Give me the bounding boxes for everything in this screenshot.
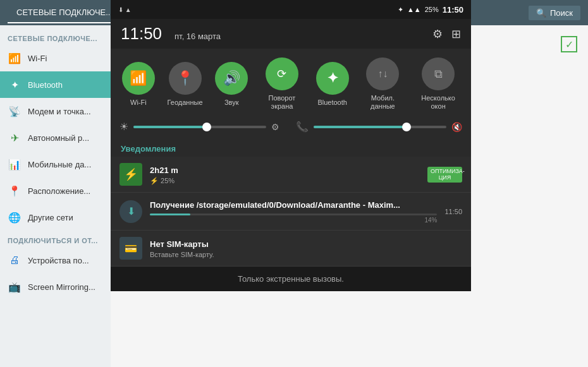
toggle-geodata-icon: 📍	[176, 70, 193, 87]
toggle-sound-icon: 🔊	[223, 70, 240, 87]
toggle-bluetooth[interactable]: ✦ Bluetooth	[316, 62, 349, 107]
brightness-slider[interactable]	[133, 126, 266, 128]
emergency-bar: Только экстренные вызовы.	[111, 267, 471, 291]
settings-icon[interactable]: ⚙	[432, 27, 443, 41]
notif-battery-title: 2h21 m	[150, 165, 178, 175]
volume-fill	[314, 126, 407, 128]
sidebar-item-location[interactable]: 📍 Расположение...	[0, 177, 111, 204]
toggle-wifi-circle: 📶	[122, 62, 155, 95]
quick-date: пт, 16 марта	[175, 32, 221, 41]
toggle-multiwindow-icon: ⧉	[434, 68, 443, 81]
toggle-multiwindow-label: Несколько окон	[417, 94, 460, 111]
notif-item-battery[interactable]: ⚡ 2h21 m ⚡ 25% ОПТИМИЗА-ЦИЯ	[111, 157, 471, 193]
toggle-rotate-icon: ⟳	[277, 67, 286, 81]
status-bar: ⬇ ▲ ✦ ▲▲ 25% 11:50	[111, 0, 471, 19]
toggle-geodata[interactable]: 📍 Геоданные	[168, 62, 203, 107]
signal-icon: ▲▲	[407, 6, 421, 13]
sidebar-item-screen-mirroring[interactable]: 📺 Screen Mirroring...	[0, 274, 111, 300]
android-status-icons: ⬇ ▲	[118, 6, 132, 13]
toggle-geodata-circle: 📍	[169, 62, 202, 95]
battery-pct: 25%	[425, 6, 439, 13]
volume-thumb[interactable]	[402, 123, 411, 131]
sidebar-item-mobile-data[interactable]: 📊 Мобильные да...	[0, 151, 111, 177]
sidebar-item-tethering-label: Модем и точка...	[28, 107, 91, 116]
sidebar-item-wifi[interactable]: 📶 Wi-Fi	[0, 45, 111, 71]
search-bar[interactable]: 🔍 Поиск	[529, 6, 580, 20]
toggle-sound-circle: 🔊	[215, 62, 248, 95]
sidebar-item-other-networks-label: Другие сети	[28, 213, 73, 222]
search-label: Поиск	[550, 8, 573, 18]
battery-app-icon-symbol: ⚡	[124, 167, 138, 181]
quick-header-actions: ⚙ ⊞	[432, 27, 461, 41]
notification-panel: ⬇ ▲ ✦ ▲▲ 25% 11:50 11:50 пт, 16 марта ⚙ …	[111, 0, 471, 291]
toggle-bluetooth-icon: ✦	[327, 70, 338, 87]
toggle-mobile-data-icon: ↑↓	[377, 68, 388, 80]
toggle-sound-label: Звук	[224, 99, 239, 107]
sidebar-item-airplane-label: Автономный р...	[28, 133, 89, 143]
brightness-thumb[interactable]	[202, 123, 211, 131]
quick-time: 11:50	[121, 24, 162, 44]
toggle-multiwindow-circle: ⧉	[422, 57, 455, 90]
sidebar-item-tethering[interactable]: 📡 Модем и точка...	[0, 98, 111, 124]
notif-sim-content: Нет SIM-карты Вставьте SIM-карту.	[150, 238, 462, 258]
notif-download-progress-fill	[150, 214, 190, 215]
notifications-title: Уведомления	[121, 144, 176, 153]
volume-slider[interactable]	[314, 126, 446, 128]
airplane-icon: ✈	[8, 131, 21, 145]
brightness-low-icon: ☀	[119, 121, 128, 133]
sidebar-item-other-networks[interactable]: 🌐 Другие сети	[0, 204, 111, 231]
top-bar-right: 🔍 Поиск	[529, 6, 580, 20]
toggle-wifi[interactable]: 📶 Wi-Fi	[122, 62, 155, 107]
notif-sim-title: Нет SIM-карты	[150, 239, 209, 249]
tab-connections[interactable]: СЕТЕВЫЕ ПОДКЛЮЧЕ...	[8, 3, 121, 23]
toggle-bluetooth-label: Bluetooth	[317, 99, 346, 107]
sidebar-item-wifi-label: Wi-Fi	[28, 54, 47, 63]
settings-sidebar: СЕТЕВЫЕ ПОДКЛЮЧЕ... 📶 Wi-Fi ✦ Bluetooth …	[0, 25, 111, 367]
toggle-mobile-data[interactable]: ↑↓ Мобил. данные	[361, 57, 404, 111]
status-time: 11:50	[443, 5, 463, 15]
sidebar-item-airplane[interactable]: ✈ Автономный р...	[0, 124, 111, 151]
toggle-wifi-label: Wi-Fi	[130, 99, 147, 107]
status-left: ⬇ ▲	[118, 6, 132, 13]
toggle-rotate[interactable]: ⟳ Поворот экрана	[260, 57, 303, 111]
notif-battery-subtitle: ⚡ 25%	[150, 177, 420, 185]
toggle-geodata-label: Геоданные	[168, 99, 203, 107]
toggle-sound[interactable]: 🔊 Звук	[215, 62, 248, 107]
screen-mirroring-icon: 📺	[8, 280, 21, 294]
section-header-connect: ПОДКЛЮЧИТЬСЯ И ОТ...	[0, 231, 111, 247]
search-icon: 🔍	[536, 8, 546, 18]
brightness-settings-icon[interactable]: ⚙	[271, 122, 279, 132]
volume-mute-icon[interactable]: 🔇	[451, 122, 462, 132]
quick-toggles: 📶 Wi-Fi 📍 Геоданные 🔊 Звук ⟳ Поворот экр…	[111, 49, 471, 116]
sidebar-item-location-label: Расположение...	[28, 186, 90, 196]
sidebar-item-nearby-devices-label: Устройства по...	[28, 256, 89, 265]
notif-download-time: 11:50	[444, 208, 462, 215]
sidebar-item-bluetooth[interactable]: ✦ Bluetooth	[0, 71, 111, 98]
toggle-multiwindow[interactable]: ⧉ Несколько окон	[417, 57, 460, 111]
toggle-mobile-data-label: Мобил. данные	[361, 94, 404, 111]
other-networks-icon: 🌐	[8, 210, 21, 224]
notif-battery-content: 2h21 m ⚡ 25%	[150, 164, 420, 185]
sim-card-icon: 💳	[125, 243, 137, 255]
sidebar-item-bluetooth-label: Bluetooth	[28, 80, 63, 90]
emergency-text: Только экстренные вызовы.	[238, 274, 344, 284]
notif-battery-badge[interactable]: ОПТИМИЗА-ЦИЯ	[427, 167, 462, 183]
slider-row: ☀ ⚙ 📞 🔇	[111, 116, 471, 138]
notif-download-pct: 14%	[424, 217, 437, 224]
battery-app-icon: ⚡	[119, 163, 142, 186]
notif-sim-subtitle: Вставьте SIM-карту.	[150, 251, 462, 258]
grid-icon[interactable]: ⊞	[451, 27, 461, 41]
tethering-icon: 📡	[8, 104, 21, 118]
notif-item-sim[interactable]: 💳 Нет SIM-карты Вставьте SIM-карту.	[111, 231, 471, 267]
sidebar-item-screen-mirroring-label: Screen Mirroring...	[28, 282, 95, 292]
mobile-data-icon: 📊	[8, 157, 21, 171]
nearby-devices-icon: 🖨	[8, 253, 21, 267]
download-arrow-icon: ⬇	[127, 205, 135, 217]
notif-download-progress-bar	[150, 214, 437, 215]
notif-download-content: Получение /storage/emulated/0/Download/A…	[150, 199, 437, 224]
bluetooth-toggle-check[interactable]: ✓	[556, 32, 582, 57]
notif-item-download[interactable]: ⬇ Получение /storage/emulated/0/Download…	[111, 193, 471, 231]
sidebar-item-nearby-devices[interactable]: 🖨 Устройства по...	[0, 247, 111, 274]
status-right: ✦ ▲▲ 25% 11:50	[398, 5, 463, 15]
toggle-bluetooth-circle: ✦	[316, 62, 349, 95]
